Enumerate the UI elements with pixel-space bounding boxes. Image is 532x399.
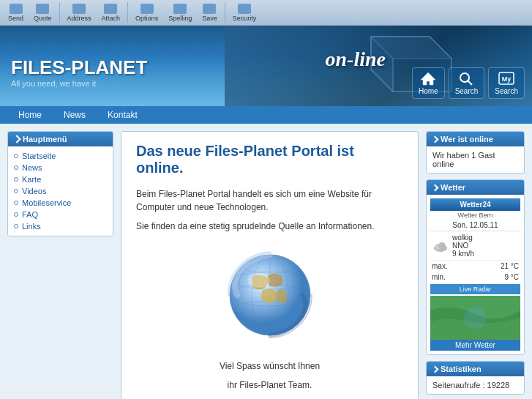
weather-radar-button[interactable]: Live Radar xyxy=(430,284,520,294)
send-icon xyxy=(10,4,23,14)
sidebar-title: Hauptmenü xyxy=(8,132,113,146)
nav-news[interactable]: News xyxy=(53,106,97,124)
weather-condition-row: wolkig NNO 9 km/h xyxy=(430,231,520,261)
attach-icon xyxy=(104,4,117,14)
bullet-icon xyxy=(14,189,18,193)
sidebar-item-startseite[interactable]: Startseite xyxy=(8,150,113,162)
my-search-icon: My xyxy=(498,71,515,86)
nav-home[interactable]: Home xyxy=(7,106,53,124)
main-heading: Das neue Files-Planet Portal ist online. xyxy=(136,143,403,176)
sign-line1: Viel Spass wünscht Ihnen xyxy=(136,359,403,373)
svg-text:My: My xyxy=(502,75,512,83)
online-box: Wer ist online Wir haben 1 Gast online xyxy=(426,131,525,174)
main-nav: Home News Kontakt xyxy=(0,106,532,124)
bullet-icon xyxy=(14,165,18,170)
weather-date: Son. 12.05.11 xyxy=(430,220,520,231)
toolbar-quote[interactable]: Quote xyxy=(29,2,56,23)
toolbar-address[interactable]: Address xyxy=(63,2,96,23)
stats-box-content: Seitenaufrufe : 19228 xyxy=(427,376,524,394)
my-search-nav-button[interactable]: My Search xyxy=(488,67,525,99)
bullet-icon xyxy=(14,177,18,182)
globe-icon xyxy=(222,247,318,343)
weather-temps-min: min. 9 °C xyxy=(430,272,520,283)
search-nav-button[interactable]: Search xyxy=(449,67,485,99)
weather-box: Wetter Wetter24 Wetter Bern Son. 12.05.1… xyxy=(426,179,525,355)
weather-temp-label-min: min. xyxy=(432,273,446,281)
weather-condition: wolkig xyxy=(452,234,519,242)
weather-map xyxy=(430,296,520,340)
bullet-icon xyxy=(14,224,18,228)
save-icon xyxy=(203,4,216,14)
bullet-icon xyxy=(14,154,18,158)
header-nav-icons: Home Search My Search xyxy=(412,67,525,99)
bullet-icon xyxy=(14,212,18,217)
toolbar-security[interactable]: Security xyxy=(228,2,261,23)
weather-arrow-icon xyxy=(432,184,439,191)
weather-widget-title: Wetter24 xyxy=(430,198,520,211)
toolbar-spelling[interactable]: Spelling xyxy=(164,2,196,23)
svg-point-22 xyxy=(438,242,446,250)
search-icon xyxy=(457,71,475,86)
toolbar-options[interactable]: Options xyxy=(131,2,162,23)
header: on-line FILES-PLANET All you need, we ha… xyxy=(0,26,532,106)
site-title: FILES-PLANET xyxy=(11,56,147,79)
online-text: on-line xyxy=(326,48,386,71)
sign-line2: ihr Files-Planet Team. xyxy=(136,379,403,392)
weather-info: wolkig NNO 9 km/h xyxy=(452,234,519,258)
weather-temp-min: 9 °C xyxy=(504,273,519,281)
weather-box-title: Wetter xyxy=(427,180,524,195)
stats-arrow-icon xyxy=(432,365,439,373)
cloud-icon xyxy=(432,239,449,253)
home-icon xyxy=(419,71,437,86)
svg-marker-4 xyxy=(421,72,435,85)
main-paragraph1: Beim Files-Planet Portal handelt es sich… xyxy=(136,187,403,214)
home-nav-button[interactable]: Home xyxy=(412,67,445,99)
spelling-icon xyxy=(173,4,187,14)
toolbar-sep3 xyxy=(225,2,225,23)
weather-map-overlay xyxy=(430,296,520,340)
toolbar-attach[interactable]: Attach xyxy=(97,2,125,23)
sidebar-item-mobileservice[interactable]: Mobileservice xyxy=(8,197,113,209)
weather-temp-label-max: max. xyxy=(432,262,448,270)
weather-location: Wetter Bern xyxy=(430,211,520,220)
site-subtitle: All you need, we have it xyxy=(11,79,147,88)
toolbar-save[interactable]: Save xyxy=(198,2,222,23)
main-content: Das neue Files-Planet Portal ist online.… xyxy=(121,131,419,399)
svg-point-19 xyxy=(248,273,270,288)
nav-kontakt[interactable]: Kontakt xyxy=(97,106,149,124)
address-icon xyxy=(72,4,86,14)
toolbar-sep1 xyxy=(59,2,60,23)
weather-wind-speed: 9 km/h xyxy=(452,250,519,258)
stats-box-title: Statistiken xyxy=(427,362,524,376)
stats-box: Statistiken Seitenaufrufe : 19228 xyxy=(426,361,525,395)
security-icon xyxy=(238,4,251,14)
sidebar-arrow-icon xyxy=(12,135,20,143)
main-paragraph2: Sie finden da eine stetig sprudelnde Que… xyxy=(136,220,403,233)
header-logo: FILES-PLANET All you need, we have it xyxy=(11,56,147,88)
online-box-content: Wir haben 1 Gast online xyxy=(427,146,524,173)
options-icon xyxy=(141,4,154,14)
content-wrapper: Hauptmenü Startseite News Karte Videos xyxy=(0,124,532,399)
online-arrow-icon xyxy=(432,135,439,143)
sidebar-item-videos[interactable]: Videos xyxy=(8,185,113,197)
globe-container xyxy=(136,247,403,345)
online-box-title: Wer ist online xyxy=(427,132,524,146)
sidebar-item-links[interactable]: Links xyxy=(8,220,113,232)
toolbar: Send Quote Address Attach Options Spelli… xyxy=(0,0,532,26)
weather-widget: Wetter24 Wetter Bern Son. 12.05.11 wolki… xyxy=(427,195,524,354)
right-sidebar: Wer ist online Wir haben 1 Gast online W… xyxy=(426,131,525,399)
svg-point-5 xyxy=(460,73,469,82)
sidebar-box: Hauptmenü Startseite News Karte Videos xyxy=(7,131,113,236)
sidebar-item-karte[interactable]: Karte xyxy=(8,174,113,185)
sidebar-item-news[interactable]: News xyxy=(8,162,113,174)
weather-more-button[interactable]: Mehr Wetter xyxy=(430,340,520,351)
weather-temps: max. 21 °C xyxy=(430,261,520,272)
toolbar-sep2 xyxy=(127,2,128,23)
svg-line-6 xyxy=(468,81,473,86)
quote-icon xyxy=(36,4,49,14)
bullet-icon xyxy=(14,201,18,205)
toolbar-send[interactable]: Send xyxy=(4,2,28,23)
sidebar-item-faq[interactable]: FAQ xyxy=(8,209,113,220)
weather-wind-dir: NNO xyxy=(452,242,519,250)
sidebar-menu: Startseite News Karte Videos Mobileservi… xyxy=(8,146,113,236)
